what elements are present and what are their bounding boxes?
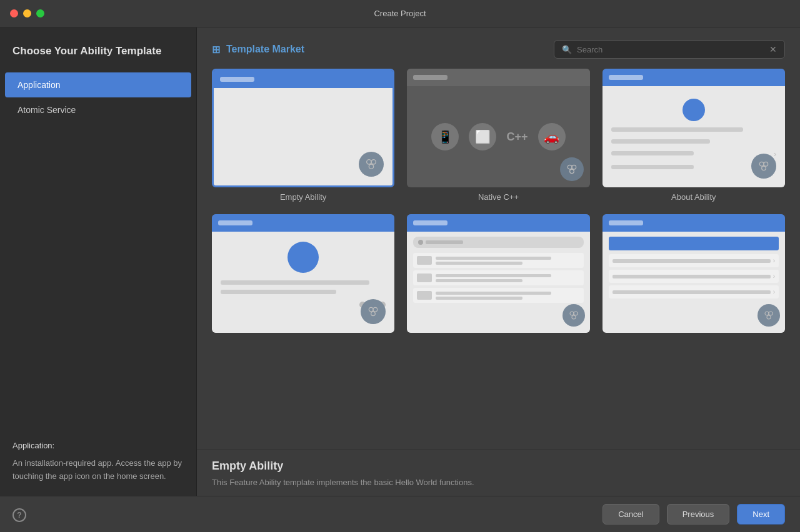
template-card-settings-ability[interactable]: › › › [602,214,785,338]
svg-point-4 [572,165,576,169]
template-card-native-cpp[interactable]: 📱 ⬜ C++ 🚗 [407,69,589,202]
template-market-title: ⊞ Template Market [212,44,304,56]
template-header: ⊞ Template Market 🔍 ✕ [197,27,800,69]
search-input[interactable] [577,45,764,54]
chevron-icon: › [774,150,776,159]
svg-point-12 [570,312,574,315]
help-icon[interactable]: ? [12,508,26,522]
settings-ability-icon [758,304,780,327]
svg-point-16 [769,312,772,315]
settings-highlight [609,237,779,250]
svg-point-5 [569,169,574,174]
svg-point-7 [764,162,768,166]
footer: ? Cancel Previous Next [0,496,800,532]
next-button[interactable]: Next [737,504,785,525]
template-thumbnail-detail[interactable] [212,214,394,333]
template-grid-container: Empty Ability 📱 ⬜ C++ 🚗 [197,69,800,449]
cpp-text: C++ [506,131,528,144]
search-clear-icon[interactable]: ✕ [769,44,777,54]
svg-point-0 [367,160,371,164]
sidebar-desc-title: Application: [12,440,184,453]
svg-point-2 [369,164,374,169]
ability-icon [359,152,384,177]
template-thumbnail-native-cpp[interactable]: 📱 ⬜ C++ 🚗 [407,69,589,187]
svg-point-17 [767,315,771,319]
svg-point-8 [762,166,766,170]
search-icon: 🔍 [562,45,572,54]
svg-point-9 [369,307,374,312]
settings-chevron-icon: › [773,257,775,264]
template-card-detail-ability[interactable] [212,214,394,338]
settings-chevron-icon-2: › [773,273,775,280]
search-box[interactable]: 🔍 ✕ [554,40,785,59]
window-controls [10,9,44,17]
svg-point-11 [371,312,376,316]
template-thumbnail-empty-ability[interactable] [212,69,394,187]
template-grid: Empty Ability 📱 ⬜ C++ 🚗 [212,69,790,338]
template-thumbnail-settings[interactable]: › › › [602,214,785,333]
market-icon: ⊞ [212,44,220,56]
cancel-button[interactable]: Cancel [602,504,659,525]
main-content: Choose Your Ability Template Application… [0,27,800,496]
template-thumbnail-about-ability[interactable]: › › [602,69,785,187]
template-thumbnail-list[interactable] [407,214,589,333]
template-label-about-ability: About Ability [671,192,716,202]
template-card-empty-ability[interactable]: Empty Ability [212,69,394,202]
previous-button[interactable]: Previous [667,504,730,525]
svg-point-6 [759,162,764,166]
tablet-icon: ⬜ [469,123,496,150]
description-panel: Empty Ability This Feature Ability templ… [197,449,800,496]
svg-point-13 [574,312,578,315]
selected-template-description: This Feature Ability template implements… [212,476,785,489]
sidebar-description: Application: An installation-required ap… [0,427,196,496]
minimize-button[interactable] [23,9,31,17]
detail-ability-icon [361,299,386,324]
template-label-empty-ability: Empty Ability [280,192,326,202]
list-ability-icon [562,304,585,327]
template-card-list-ability[interactable] [407,214,589,338]
sidebar: Choose Your Ability Template Application… [0,27,197,496]
svg-point-10 [373,307,378,312]
sidebar-item-application[interactable]: Application [5,72,191,97]
selected-template-title: Empty Ability [212,460,785,473]
template-label-native-cpp: Native C++ [478,192,519,202]
svg-point-15 [765,312,769,315]
right-panel: ⊞ Template Market 🔍 ✕ [197,27,800,496]
detail-circle [288,242,319,273]
maximize-button[interactable] [36,9,44,17]
phone-icon: 📱 [431,123,459,150]
about-circle [682,99,705,121]
sidebar-item-atomic-service[interactable]: Atomic Service [5,97,191,122]
native-ability-icon [560,157,584,181]
sidebar-desc-body: An installation-required app. Access the… [12,457,184,483]
window-title: Create Project [374,9,426,18]
template-card-about-ability[interactable]: › › [602,69,785,202]
svg-point-14 [572,315,576,319]
sidebar-heading: Choose Your Ability Template [0,45,196,72]
close-button[interactable] [10,9,18,17]
about-ability-icon [751,154,776,179]
svg-point-1 [371,160,376,164]
svg-point-3 [568,165,572,169]
settings-chevron-icon-3: › [773,288,775,295]
car-icon: 🚗 [538,123,566,150]
titlebar: Create Project [0,0,800,27]
